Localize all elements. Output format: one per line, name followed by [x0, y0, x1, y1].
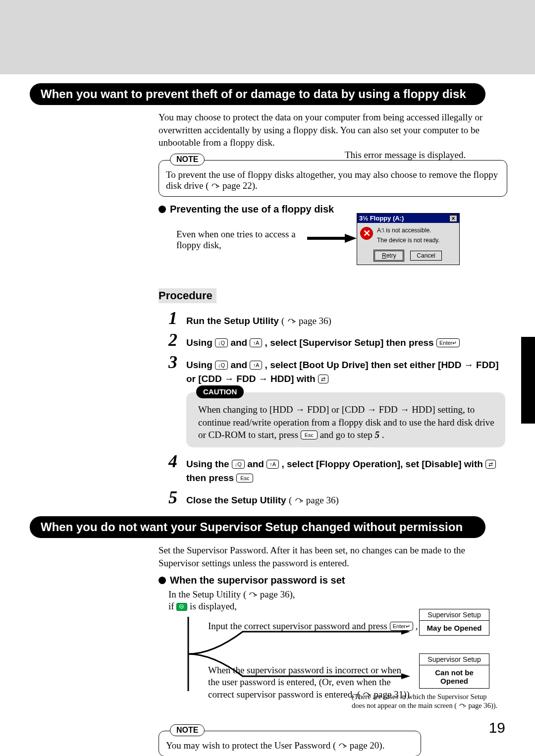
arrow-right-icon	[307, 234, 357, 243]
key-toggle-icon: ⇄	[485, 460, 496, 469]
error-line2: The device is not ready.	[377, 237, 456, 244]
caution-b: and go to step	[320, 430, 375, 440]
bullet-icon	[159, 206, 166, 213]
step4-a: Using the	[186, 459, 232, 469]
error-caption: This error message is displayed.	[345, 150, 466, 161]
caution-step: 5	[374, 430, 379, 440]
step-num-5: 5	[168, 488, 181, 506]
sup-line2b: is displayed,	[190, 601, 237, 611]
subhead-preventing: Preventing the use of a floppy disk	[170, 204, 334, 215]
footnote-a: (There are cases in which the Supervisor…	[352, 693, 487, 709]
page-ref-icon	[211, 183, 220, 190]
supervisor-box-maybe: Supervisor Setup May be Opened	[419, 609, 489, 636]
step-3: 3 Using ↓Q and ↑A , select [Boot Up Driv…	[168, 353, 505, 386]
key-down-icon: ↓Q	[215, 361, 228, 370]
step5-text: Close the Setup Utility	[186, 495, 286, 505]
even-when-text: Even when one tries to access a floppy d…	[176, 229, 305, 251]
key-esc-icon: Esc	[301, 431, 318, 439]
key-esc-icon: Esc	[236, 474, 253, 483]
step4-b: and	[247, 459, 267, 469]
step-num-4: 4	[168, 452, 181, 470]
supervisor-box-cannot: Supervisor Setup Can not be Opened	[419, 653, 489, 689]
procedure-heading: Procedure	[159, 288, 216, 303]
page-number: 19	[489, 719, 505, 736]
section-title-floppy-theft: When you want to prevent theft of or dam…	[30, 83, 485, 105]
cancel-button[interactable]: Cancel	[410, 251, 441, 261]
page-ref-icon	[249, 592, 258, 598]
retry-button[interactable]: Retry	[374, 251, 403, 261]
note-label: NOTE	[170, 154, 205, 165]
step-2: 2 Using ↓Q and ↑A , select [Supervisor S…	[168, 331, 505, 350]
note-remove-fdd: NOTE To prevent the use of floppy disks …	[159, 160, 507, 197]
sup-box-title: Supervisor Setup	[420, 654, 489, 665]
key-up-icon: ↑A	[267, 460, 279, 469]
page-ref-icon	[287, 318, 296, 325]
sup-box-body-cannot: Can not be Opened	[420, 665, 489, 689]
step-1: 1 Run the Setup Utility ( page 36)	[168, 309, 505, 328]
note-user-password: NOTE You may wish to protect the User Pa…	[159, 731, 421, 756]
step1-text: Run the Setup Utility	[186, 316, 279, 326]
sup-box-body-maybe: May be Opened	[420, 621, 489, 635]
step2-b: and	[230, 337, 250, 348]
note-label: NOTE	[170, 724, 205, 736]
svg-marker-1	[345, 234, 357, 243]
bullet-icon	[159, 577, 166, 584]
step3-b: and	[230, 360, 250, 370]
note2-b: page 20).	[350, 740, 385, 751]
key-enter-icon: Enter↵	[436, 338, 460, 347]
page-ref-icon	[459, 703, 467, 709]
error-title: 3½ Floppy (A:)	[359, 215, 404, 222]
section1-intro: You may choose to protect the data on yo…	[159, 111, 505, 149]
caution-label: CAUTION	[196, 385, 244, 398]
svg-rect-0	[307, 237, 346, 240]
step-num-3: 3	[168, 353, 181, 371]
key-down-icon: ↓Q	[215, 338, 228, 347]
sup-line1a: In the Setup Utility (	[168, 589, 246, 599]
key-enter-icon: Enter↵	[390, 622, 413, 631]
page-ref-icon	[295, 497, 304, 504]
caution-c: .	[382, 430, 384, 440]
error-titlebar: 3½ Floppy (A:) ×	[357, 214, 459, 223]
key-toggle-icon: ⇄	[318, 375, 328, 383]
error-line1: A:\ is not accessible.	[377, 227, 456, 234]
note2-a: You may wish to protect the User Passwor…	[166, 740, 336, 751]
caution-box: CAUTION When changing to [HDD → FDD] or …	[186, 392, 505, 447]
retry-mnemonic: R	[382, 252, 386, 259]
lock-key-icon	[176, 603, 187, 611]
sup-line2a: if	[168, 601, 176, 611]
step4-d: then press	[186, 473, 236, 483]
footnote-b: page 36)).	[468, 702, 497, 709]
flow-top-end: ,	[416, 621, 418, 631]
step-num-1: 1	[168, 309, 181, 327]
subhead-supervisor-set: When the supervisor password is set	[170, 575, 345, 586]
step4-c: , select [Floppy Operation], set [Disabl…	[281, 459, 485, 469]
step1-ref: page 36)	[299, 316, 331, 326]
step5-ref: page 36)	[306, 495, 339, 505]
section-title-supervisor: When you do not want your Supervisor Set…	[30, 516, 485, 538]
step-5: 5 Close the Setup Utility ( page 36)	[168, 488, 505, 508]
step-4: 4 Using the ↓Q and ↑A , select [Floppy O…	[168, 452, 505, 486]
page-ref-icon	[338, 743, 347, 750]
step-num-2: 2	[168, 331, 181, 349]
sup-box-title: Supervisor Setup	[420, 609, 489, 621]
section2-intro: Set the Supervisor Password. After it ha…	[159, 544, 505, 569]
note-text-b: page 22).	[222, 180, 258, 191]
error-x-icon: ✕	[360, 227, 373, 240]
flow-diagram: Input the correct supervisor password an…	[168, 612, 515, 716]
key-up-icon: ↑A	[250, 338, 262, 347]
step3-a: Using	[186, 360, 215, 370]
key-down-icon: ↓Q	[232, 460, 245, 469]
close-icon[interactable]: ×	[449, 215, 457, 222]
error-dialog: 3½ Floppy (A:) × ✕ A:\ is not accessible…	[357, 213, 460, 265]
step2-a: Using	[186, 337, 215, 348]
key-up-icon: ↑A	[250, 361, 262, 370]
step2-c: , select [Supervisor Setup] then press	[265, 337, 436, 348]
side-index-tab	[521, 337, 535, 424]
sup-line1b: page 36),	[260, 589, 295, 599]
flow-top-text: Input the correct supervisor password an…	[208, 621, 390, 631]
